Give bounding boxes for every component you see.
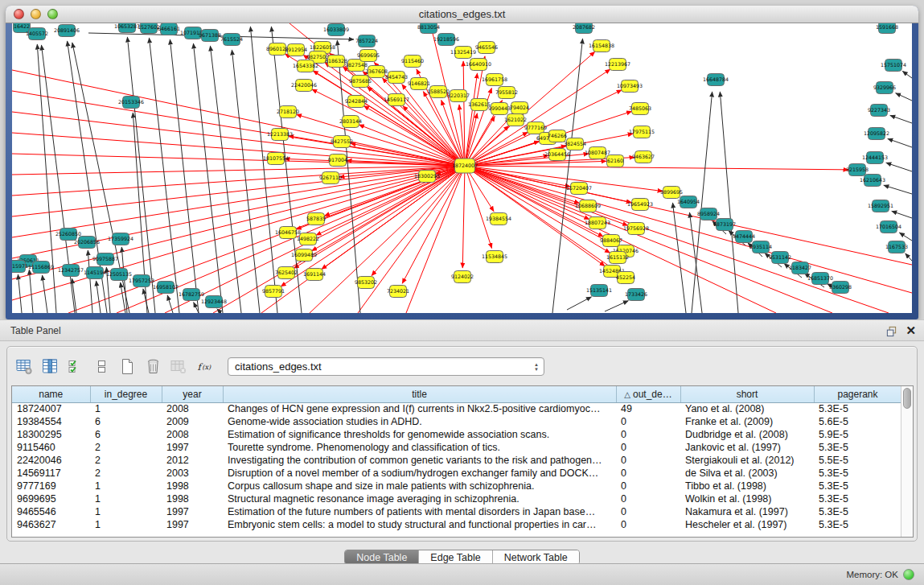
- column-header-title[interactable]: title: [223, 386, 616, 402]
- graph-node[interactable]: 19654923: [627, 199, 653, 211]
- graph-node[interactable]: 8220317: [447, 90, 470, 102]
- table-cell[interactable]: 14569117: [12, 467, 90, 480]
- table-row[interactable]: 911546021997Tourette syndrome. Phenomeno…: [12, 441, 901, 454]
- table-cell[interactable]: 0: [616, 454, 680, 467]
- black-edge[interactable]: [552, 39, 583, 313]
- column-header-short[interactable]: short: [680, 386, 814, 402]
- graph-node[interactable]: 2935114: [749, 241, 772, 253]
- graph-node[interactable]: 8454743: [385, 72, 408, 84]
- graph-node[interactable]: 6466161: [158, 23, 180, 35]
- red-edge[interactable]: [12, 70, 465, 166]
- graph-node[interactable]: 1733426: [625, 289, 647, 301]
- table-cell[interactable]: 9115460: [12, 441, 90, 454]
- graph-node[interactable]: 16648784: [703, 74, 729, 86]
- table-options-icon[interactable]: [14, 356, 35, 377]
- graph-node[interactable]: 20891406: [54, 25, 80, 37]
- table-cell[interactable]: Jankovic et al. (1997): [680, 441, 814, 454]
- red-edge[interactable]: [12, 112, 465, 166]
- black-edge[interactable]: [605, 301, 628, 311]
- new-table-icon[interactable]: [117, 356, 138, 377]
- table-cell[interactable]: 2: [90, 454, 162, 467]
- graph-node[interactable]: 20364456: [544, 149, 570, 161]
- graph-node[interactable]: 17957253: [129, 275, 154, 287]
- black-edge[interactable]: [884, 185, 912, 194]
- table-cell[interactable]: 19384554: [12, 415, 90, 428]
- graph-node[interactable]: 8813054: [417, 23, 440, 34]
- red-edge[interactable]: [465, 166, 580, 204]
- graph-node[interactable]: 917004: [328, 154, 347, 167]
- table-cell[interactable]: 2012: [162, 454, 223, 467]
- graph-node[interactable]: 2718120: [277, 106, 299, 118]
- black-edge[interactable]: [149, 38, 179, 313]
- column-header-out_de[interactable]: △out_de…: [616, 386, 680, 402]
- table-cell[interactable]: 2009: [162, 415, 223, 428]
- row-boxes-icon[interactable]: [91, 356, 112, 377]
- black-edge[interactable]: [210, 46, 241, 313]
- graph-node[interactable]: 15751074: [881, 60, 906, 72]
- graph-node[interactable]: 9990443: [488, 103, 511, 115]
- column-header-in_degree[interactable]: in_degree: [90, 386, 162, 402]
- table-cell[interactable]: 2: [90, 441, 162, 454]
- table-row[interactable]: 2242004622012Investigating the contribut…: [12, 454, 901, 467]
- table-cell[interactable]: Disruption of a novel member of a sodium…: [223, 467, 616, 480]
- graph-node[interactable]: 19218596: [433, 34, 459, 46]
- black-edge[interactable]: [170, 39, 199, 313]
- black-edge[interactable]: [892, 211, 912, 218]
- graph-node[interactable]: 7615524: [220, 34, 243, 46]
- graph-node[interactable]: 16640910: [466, 59, 491, 71]
- graph-node[interactable]: 9474444: [733, 231, 755, 243]
- tab-network-table[interactable]: Network Table: [493, 550, 579, 564]
- graph-node[interactable]: 1527602: [138, 23, 160, 34]
- graph-node[interactable]: 7234021: [387, 286, 409, 298]
- graph-node[interactable]: 1145194: [84, 267, 106, 279]
- graph-node[interactable]: 9699695: [357, 50, 380, 62]
- graph-node[interactable]: 19384554: [486, 213, 511, 225]
- table-cell[interactable]: 9777169: [12, 480, 90, 492]
- red-edge[interactable]: [12, 133, 465, 166]
- black-edge[interactable]: [890, 115, 912, 123]
- graph-node[interactable]: 1183427: [789, 262, 811, 274]
- red-edge[interactable]: [465, 166, 912, 293]
- graph-node[interactable]: 9329966: [873, 82, 896, 94]
- red-edge[interactable]: [465, 166, 848, 170]
- table-cell[interactable]: Estimation of the future numbers of pati…: [223, 505, 616, 518]
- select-all-check-icon[interactable]: [65, 356, 86, 377]
- graph-node[interactable]: 8186328: [325, 56, 347, 68]
- table-cell[interactable]: 1997: [162, 518, 223, 531]
- graph-node[interactable]: 7485063: [629, 103, 651, 115]
- table-cell[interactable]: 5.5E-5: [814, 454, 901, 467]
- delete-trash-icon[interactable]: [142, 356, 163, 377]
- graph-node[interactable]: 1588520: [427, 86, 450, 98]
- graph-node[interactable]: 15892951: [868, 200, 893, 212]
- black-edge[interactable]: [906, 253, 912, 261]
- graph-node[interactable]: 9884067: [600, 235, 622, 247]
- graph-node[interactable]: 10688609: [575, 200, 601, 212]
- graph-node[interactable]: 8427552: [331, 136, 353, 148]
- table-select-dropdown[interactable]: citations_edges.txt▲▼: [228, 357, 544, 376]
- graph-node[interactable]: 12213383: [267, 129, 293, 141]
- graph-node[interactable]: 19756928: [623, 223, 649, 235]
- graph-node[interactable]: 12213967: [605, 59, 630, 71]
- table-cell[interactable]: 0: [616, 480, 680, 492]
- graph-node[interactable]: 1691144: [303, 269, 326, 281]
- node-attribute-table[interactable]: namein_degreeyeartitle△out_de…shortpager…: [12, 386, 901, 531]
- table-cell[interactable]: 22420046: [12, 454, 90, 467]
- table-cell[interactable]: 2003: [162, 467, 223, 480]
- table-cell[interactable]: de Silva et al. (2003): [680, 467, 814, 480]
- red-edge[interactable]: [12, 154, 465, 166]
- close-panel-icon[interactable]: ✕: [906, 324, 916, 337]
- graph-node[interactable]: 16958107: [153, 282, 179, 294]
- table-cell[interactable]: Hescheler et al. (1997): [680, 518, 814, 531]
- black-edge[interactable]: [896, 93, 912, 101]
- table-cell[interactable]: 0: [616, 492, 680, 505]
- graph-node[interactable]: 1591668: [876, 23, 898, 34]
- red-edge[interactable]: [358, 166, 465, 313]
- graph-node[interactable]: 9227343: [868, 105, 890, 117]
- graph-node[interactable]: 16154838: [589, 40, 614, 52]
- table-cell[interactable]: Structural magnetic resonance image aver…: [223, 492, 616, 505]
- column-header-pagerank[interactable]: pagerank: [814, 386, 901, 402]
- table-cell[interactable]: Corpus callosum shape and size in male p…: [223, 480, 616, 492]
- graph-node[interactable]: 2367608: [365, 66, 388, 78]
- table-cell[interactable]: 9463627: [12, 518, 90, 531]
- table-cell[interactable]: 0: [616, 428, 680, 441]
